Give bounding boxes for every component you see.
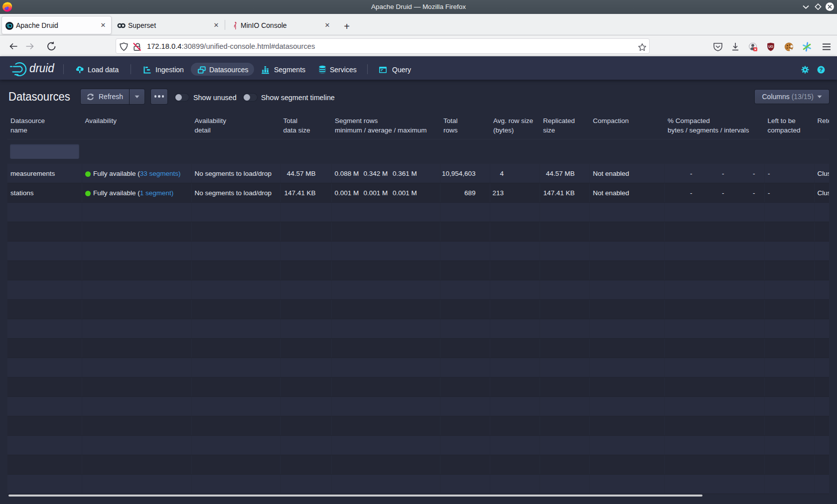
svg-text:UO: UO [768,45,773,48]
svg-text:?: ? [819,67,823,73]
